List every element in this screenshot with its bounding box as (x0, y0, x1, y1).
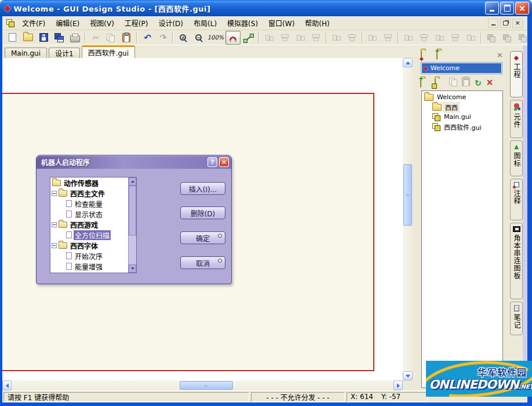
canvas-area: 机器人启动程序 ? × 动作传感器 西西主文件 检查能量 显示状态 西西游戏 全… (2, 58, 413, 390)
mdi-close-button[interactable]: × (512, 19, 523, 28)
tree-item[interactable]: 开始次序 (50, 251, 136, 261)
panel-close-button[interactable]: × (497, 50, 503, 59)
toolbar-separator (362, 32, 362, 43)
menu-layout[interactable]: 布局(L) (188, 16, 222, 30)
tree-item[interactable]: 西西游戏 (50, 219, 136, 230)
open-file-button[interactable] (20, 31, 35, 45)
mdi-minimize-button[interactable] (488, 19, 498, 28)
project-selected-row[interactable]: ◆ Welcome (422, 63, 501, 73)
zoom-level[interactable]: 100% (206, 31, 225, 45)
space-tool-1 (365, 31, 380, 45)
save-button[interactable] (36, 31, 51, 45)
project-selector[interactable]: ◆ Welcome (421, 62, 502, 74)
menu-project[interactable]: 工程(P) (119, 16, 154, 30)
project-tree-item[interactable]: 西西 (422, 102, 502, 112)
mockup-delete-button[interactable]: 删除(D) (180, 206, 225, 219)
horizontal-scroll-thumb[interactable]: ≡ (180, 381, 233, 390)
mockup-help-button[interactable]: ? (207, 157, 217, 167)
mockup-tree-view[interactable]: 动作传感器 西西主文件 检查能量 显示状态 西西游戏 全方位扫描 西西字体 开始… (50, 177, 137, 273)
menu-simulator[interactable]: 模拟器(S) (222, 16, 263, 30)
tree-item[interactable]: 显示状态 (50, 209, 136, 219)
scroll-down-button[interactable] (129, 264, 136, 273)
menu-window[interactable]: 窗口(W) (263, 16, 300, 30)
scroll-thumb[interactable] (129, 186, 136, 235)
mockup-close-button[interactable]: × (219, 157, 229, 167)
save-all-button[interactable] (52, 31, 67, 45)
print-button[interactable] (67, 31, 82, 45)
doc-tab-xixi-gui[interactable]: 西西软件.gui (82, 45, 135, 58)
canvas-vertical-scrollbar[interactable]: ≡ (403, 58, 413, 380)
scroll-left-button[interactable] (2, 380, 12, 390)
copy-button (103, 31, 118, 45)
side-tab-icons[interactable]: ▲ 图标 (510, 140, 523, 176)
project-tree-item[interactable]: Welcome (422, 92, 502, 102)
zoom-in-button[interactable]: + (175, 31, 190, 45)
tree-item[interactable]: 西西字体 (50, 240, 136, 251)
project-tree[interactable]: Welcome 西西 Main.gui 西西软件.gui (421, 90, 503, 388)
scroll-up-button[interactable] (129, 177, 136, 186)
project-panel: × ◆ Welcome ↻ × Welcome 西西 Main.gui 西西软件… (413, 45, 510, 390)
new-project-button[interactable] (421, 51, 431, 59)
tree-item[interactable]: 检查能量 (50, 198, 136, 209)
collapse-icon[interactable] (52, 222, 57, 227)
vertical-scroll-thumb[interactable]: ≡ (403, 164, 412, 226)
mockup-dialog-titlebar[interactable]: 机器人启动程序 ? × (37, 155, 231, 169)
connector-tool-button[interactable] (241, 31, 256, 45)
same-size-icon (404, 34, 413, 41)
mockup-cancel-button[interactable]: 取消 (180, 256, 225, 269)
scroll-down-button[interactable] (403, 371, 413, 380)
project-tree-item[interactable]: 西西软件.gui (422, 122, 502, 132)
panel-refresh-button[interactable]: ↻ (475, 79, 482, 87)
new-item-button[interactable] (436, 51, 446, 59)
maximize-button[interactable] (500, 2, 514, 14)
undo-button[interactable] (139, 31, 154, 45)
tree-item[interactable]: 西西主文件 (50, 188, 136, 198)
menu-design[interactable]: 设计(D) (153, 16, 188, 30)
doc-tab-main-gui[interactable]: Main.gui (5, 48, 47, 58)
document-icon (66, 252, 72, 259)
tree-item[interactable]: 能量增强 (50, 261, 136, 271)
distribute-tool-2 (344, 31, 359, 45)
copy-icon (449, 78, 457, 86)
menu-help[interactable]: 帮助(H) (300, 16, 334, 30)
mockup-tree-scrollbar[interactable] (128, 177, 136, 273)
add-gui-button[interactable] (435, 79, 444, 86)
tree-item-selected[interactable]: 全方位扫描 (50, 230, 136, 240)
zoom-out-button[interactable]: − (191, 31, 206, 45)
minimize-button[interactable] (485, 2, 499, 14)
new-file-icon (9, 33, 16, 42)
tree-item[interactable]: 动作传感器 (50, 177, 136, 188)
side-tab-project[interactable]: ◆ 工程 (510, 51, 523, 97)
new-file-button[interactable] (5, 31, 20, 45)
document-icon (66, 231, 72, 238)
paste-button[interactable] (119, 31, 134, 45)
menu-edit[interactable]: 编辑(E) (50, 16, 85, 30)
mdi-restore-button[interactable] (500, 19, 511, 28)
side-tab-components[interactable]: 元件 (510, 100, 523, 138)
collapse-icon[interactable] (52, 191, 57, 196)
mockup-dialog[interactable]: 机器人启动程序 ? × 动作传感器 西西主文件 检查能量 显示状态 西西游戏 全… (36, 155, 232, 284)
save-all-icon (54, 33, 64, 42)
side-tab-annotations[interactable]: 注释 (510, 179, 523, 220)
design-canvas[interactable]: 机器人启动程序 ? × 动作传感器 西西主文件 检查能量 显示状态 西西游戏 全… (2, 58, 403, 380)
new-folder-button[interactable] (420, 79, 430, 86)
project-tree-item[interactable]: Main.gui (422, 112, 502, 122)
mockup-insert-button[interactable]: 插入(I)... (180, 182, 225, 195)
snap-magnet-button[interactable] (225, 31, 241, 45)
mockup-ok-button[interactable]: 确定 (180, 231, 225, 244)
panel-delete-button[interactable]: × (486, 78, 494, 87)
close-button[interactable]: × (515, 2, 529, 14)
side-tab-notes[interactable]: 笔记 (510, 302, 523, 335)
zoom-in-icon: + (180, 34, 186, 41)
notes-tab-icon (514, 305, 519, 311)
new-folder-icon (420, 78, 421, 88)
canvas-horizontal-scrollbar[interactable]: ≡ (2, 380, 403, 390)
scroll-up-button[interactable] (403, 58, 413, 67)
scroll-right-button[interactable] (393, 380, 403, 390)
side-tab-storyboard[interactable]: 角本串连图板 (510, 223, 523, 299)
menu-file[interactable]: 文件(F) (17, 16, 50, 30)
menu-view[interactable]: 视图(V) (85, 16, 119, 30)
doc-tab-design1[interactable]: 设计1 (49, 48, 80, 58)
gui-file-icon (432, 123, 440, 130)
collapse-icon[interactable] (52, 243, 57, 248)
